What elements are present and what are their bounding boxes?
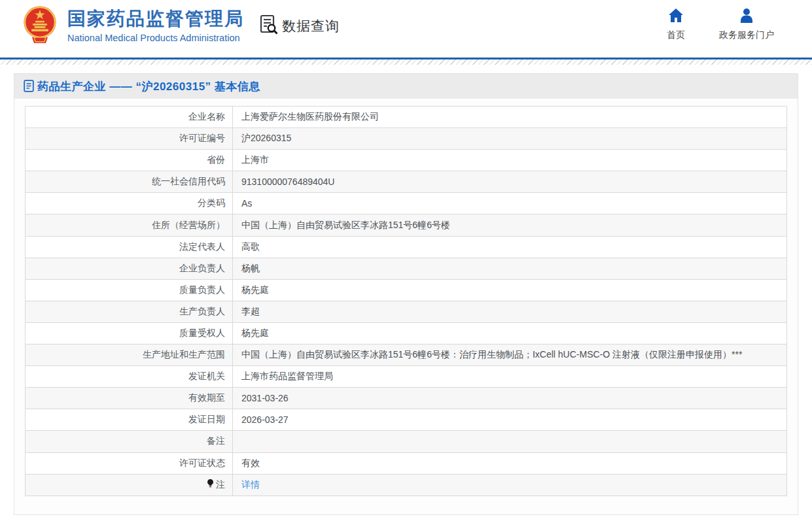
page-title: 药品生产企业 —— “沪20260315” 基本信息	[37, 79, 260, 94]
row-value: 2026-03-27	[233, 409, 787, 431]
data-query-icon	[259, 14, 279, 38]
row-value: 上海市药品监督管理局	[233, 366, 787, 388]
row-label: 企业名称	[26, 107, 233, 128]
table-row: 质量负责人杨先庭	[26, 279, 787, 301]
user-icon	[739, 8, 754, 25]
table-row: 注详情	[26, 474, 787, 496]
table-row: 发证机关上海市药品监督管理局	[26, 366, 787, 388]
home-icon	[668, 8, 684, 25]
bulb-icon	[207, 479, 214, 490]
panel-titlebar: 药品生产企业 —— “沪20260315” 基本信息	[14, 74, 798, 99]
row-label: 企业负责人	[26, 258, 233, 279]
national-emblem-logo	[23, 5, 57, 46]
row-value: 李超	[233, 301, 787, 322]
row-value: 中国（上海）自由贸易试验区李冰路151号6幢6号楼	[233, 214, 787, 236]
row-label: 发证日期	[26, 409, 233, 431]
table-row: 生产负责人李超	[26, 301, 787, 322]
table-row: 企业负责人杨帆	[26, 258, 787, 279]
row-value: 杨帆	[233, 258, 787, 279]
row-label: 分类码	[26, 193, 233, 214]
row-value: 91310000076489404U	[233, 171, 787, 193]
row-value: 2031-03-26	[233, 388, 787, 409]
document-icon	[24, 80, 35, 93]
row-label: 省份	[26, 150, 233, 171]
row-value: 中国（上海）自由贸易试验区李冰路151号6幢6号楼：治疗用生物制品；IxCell…	[233, 345, 787, 366]
nav-item-portal[interactable]: 政务服务门户	[719, 8, 774, 41]
row-label: 发证机关	[26, 366, 233, 388]
row-label: 有效期至	[26, 388, 233, 409]
row-value: 沪20260315	[233, 128, 787, 150]
row-value: 高歌	[233, 236, 787, 258]
header-hatch-band	[0, 59, 812, 65]
table-row: 生产地址和生产范围中国（上海）自由贸易试验区李冰路151号6幢6号楼：治疗用生物…	[26, 345, 787, 366]
row-label: 住所（经营场所）	[26, 214, 233, 236]
row-label: 生产地址和生产范围	[26, 345, 233, 366]
row-label: 备注	[26, 431, 233, 452]
info-table-body: 企业名称上海爱萨尔生物医药股份有限公司许可证编号沪20260315省份上海市统一…	[26, 107, 787, 496]
brand-title-cn: 国家药品监督管理局	[67, 8, 244, 29]
nav-item-home[interactable]: 首页	[667, 8, 685, 41]
row-label: 注	[26, 474, 233, 496]
top-nav: 首页 政务服务门户	[667, 8, 774, 41]
data-query-entry[interactable]: 数据查询	[259, 14, 340, 38]
site-header: 国家药品监督管理局 National Medical Products Admi…	[0, 0, 812, 58]
data-query-label: 数据查询	[282, 17, 340, 35]
table-row: 统一社会信用代码91310000076489404U	[26, 171, 787, 193]
row-label: 统一社会信用代码	[26, 171, 233, 193]
content-panel: 药品生产企业 —— “沪20260315” 基本信息 企业名称上海爱萨尔生物医药…	[14, 73, 798, 515]
table-row: 法定代表人高歌	[26, 236, 787, 258]
company-info-table: 企业名称上海爱萨尔生物医药股份有限公司许可证编号沪20260315省份上海市统一…	[25, 106, 787, 496]
row-value: 上海爱萨尔生物医药股份有限公司	[233, 107, 787, 128]
row-label: 许可证编号	[26, 128, 233, 150]
table-row: 分类码As	[26, 193, 787, 214]
row-value: As	[233, 193, 787, 214]
row-label: 许可证状态	[26, 452, 233, 474]
row-label: 生产负责人	[26, 301, 233, 322]
table-row: 备注	[26, 431, 787, 452]
table-row: 发证日期2026-03-27	[26, 409, 787, 431]
table-row: 许可证状态有效	[26, 452, 787, 474]
table-row: 省份上海市	[26, 150, 787, 171]
brand-title-en: National Medical Products Administration	[67, 31, 244, 45]
brand-titles: 国家药品监督管理局 National Medical Products Admi…	[67, 8, 244, 45]
nav-item-label: 政务服务门户	[719, 29, 774, 41]
table-row: 企业名称上海爱萨尔生物医药股份有限公司	[26, 107, 787, 128]
table-row: 许可证编号沪20260315	[26, 128, 787, 150]
row-value: 详情	[233, 474, 787, 496]
row-label: 质量负责人	[26, 279, 233, 301]
nav-item-label: 首页	[667, 29, 685, 41]
page: 国家药品监督管理局 National Medical Products Admi…	[0, 0, 812, 521]
row-value: 杨先庭	[233, 322, 787, 344]
table-row: 有效期至2031-03-26	[26, 388, 787, 409]
detail-link[interactable]: 详情	[241, 479, 260, 490]
row-label: 法定代表人	[26, 236, 233, 258]
row-value: 有效	[233, 452, 787, 474]
row-value	[233, 431, 787, 452]
table-row: 住所（经营场所）中国（上海）自由贸易试验区李冰路151号6幢6号楼	[26, 214, 787, 236]
row-value: 杨先庭	[233, 279, 787, 301]
table-row: 质量受权人杨先庭	[26, 322, 787, 344]
row-label: 质量受权人	[26, 322, 233, 344]
row-value: 上海市	[233, 150, 787, 171]
